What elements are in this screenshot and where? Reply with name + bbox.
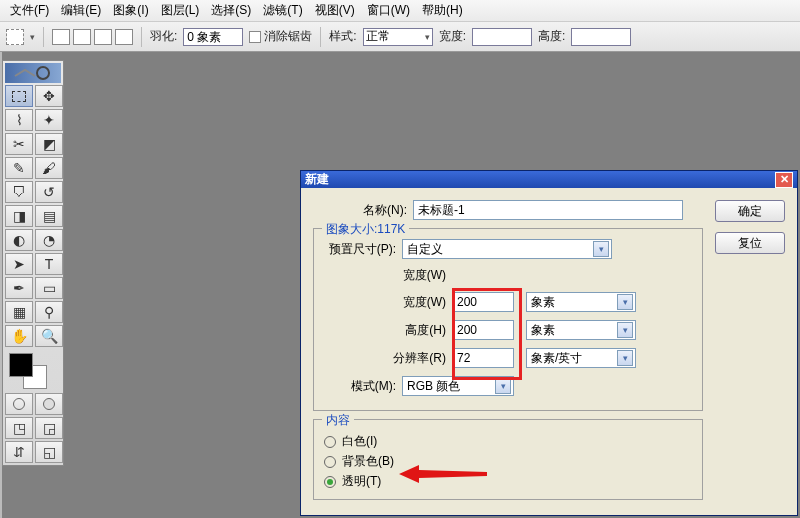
width-input[interactable] <box>452 292 514 312</box>
screen-menu[interactable]: ◱ <box>35 441 63 463</box>
preset-select[interactable]: 自定义▾ <box>402 239 612 259</box>
notes-tool[interactable]: ▦ <box>5 301 33 323</box>
move-tool[interactable]: ✥ <box>35 85 63 107</box>
menu-help[interactable]: 帮助(H) <box>416 0 469 21</box>
toolbox-header[interactable] <box>5 63 61 83</box>
toolbox: ✥ ⌇ ✦ ✂ ◩ ✎ 🖌 ⛉ ↺ ◨ ▤ ◐ ◔ ➤ T ✒ ▭ ▦ ⚲ ✋ … <box>2 60 64 466</box>
eyedropper-tool[interactable]: ⚲ <box>35 301 63 323</box>
radio-white[interactable]: 白色(I) <box>324 433 692 450</box>
name-input[interactable] <box>413 200 683 220</box>
height-label: 高度(H) <box>324 322 452 339</box>
radio-checked-icon <box>324 476 336 488</box>
brush-tool[interactable]: 🖌 <box>35 157 63 179</box>
antialias-check[interactable]: 消除锯齿 <box>249 28 312 45</box>
radio-icon <box>324 436 336 448</box>
zoom-tool[interactable]: 🔍 <box>35 325 63 347</box>
eraser-tool[interactable]: ◨ <box>5 205 33 227</box>
antialias-label: 消除锯齿 <box>264 29 312 43</box>
menu-window[interactable]: 窗口(W) <box>361 0 416 21</box>
image-size-legend: 图象大小:117K <box>322 221 409 238</box>
preset-label: 预置尺寸(P): <box>324 241 402 258</box>
gradient-tool[interactable]: ▤ <box>35 205 63 227</box>
width-label: 宽度(W) <box>324 294 452 311</box>
chevron-down-icon: ▾ <box>593 241 609 257</box>
screen-full[interactable]: ◲ <box>35 417 63 439</box>
menu-file[interactable]: 文件(F) <box>4 0 55 21</box>
separator <box>141 27 142 47</box>
radio-background[interactable]: 背景色(B) <box>324 453 692 470</box>
sel-sub-icon[interactable] <box>94 29 112 45</box>
ok-button[interactable]: 确定 <box>715 200 785 222</box>
sel-new-icon[interactable] <box>52 29 70 45</box>
quickmask-off[interactable] <box>5 393 33 415</box>
chevron-down-icon: ▾ <box>617 350 633 366</box>
wand-tool[interactable]: ✦ <box>35 109 63 131</box>
menu-layer[interactable]: 图层(L) <box>155 0 206 21</box>
chevron-down-icon: ▾ <box>617 322 633 338</box>
reset-button[interactable]: 复位 <box>715 232 785 254</box>
toolbox-footer: ◳ ◲ ⇵ ◱ <box>5 393 61 463</box>
width-label: 宽度: <box>439 28 466 45</box>
quickmask-on[interactable] <box>35 393 63 415</box>
dodge-tool[interactable]: ◔ <box>35 229 63 251</box>
chevron-down-icon: ▾ <box>495 378 511 394</box>
selection-mode-group <box>52 29 133 45</box>
fg-color-swatch[interactable] <box>9 353 33 377</box>
resolution-input[interactable] <box>452 348 514 368</box>
menu-select[interactable]: 选择(S) <box>205 0 257 21</box>
checkbox-icon <box>249 31 261 43</box>
lasso-tool[interactable]: ⌇ <box>5 109 33 131</box>
menu-bar: 文件(F) 编辑(E) 图象(I) 图层(L) 选择(S) 滤镜(T) 视图(V… <box>0 0 800 22</box>
height-input[interactable] <box>452 320 514 340</box>
separator <box>43 27 44 47</box>
name-label: 名称(N): <box>313 202 413 219</box>
shape-tool[interactable]: ▭ <box>35 277 63 299</box>
separator <box>320 27 321 47</box>
options-bar: ▾ 羽化: 0 象素 消除锯齿 样式: 正常▾ 宽度: 高度: <box>0 22 800 52</box>
history-brush-tool[interactable]: ↺ <box>35 181 63 203</box>
stamp-tool[interactable]: ⛉ <box>5 181 33 203</box>
hand-tool[interactable]: ✋ <box>5 325 33 347</box>
toolbox-grid: ✥ ⌇ ✦ ✂ ◩ ✎ 🖌 ⛉ ↺ ◨ ▤ ◐ ◔ ➤ T ✒ ▭ ▦ ⚲ ✋ … <box>5 85 61 347</box>
resolution-unit-select[interactable]: 象素/英寸▾ <box>526 348 636 368</box>
height-label: 高度: <box>538 28 565 45</box>
tool-preset-dropdown-icon[interactable]: ▾ <box>30 32 35 42</box>
width-unit-select[interactable]: 象素▾ <box>526 292 636 312</box>
menu-edit[interactable]: 编辑(E) <box>55 0 107 21</box>
close-button[interactable]: ✕ <box>775 172 793 188</box>
mode-select[interactable]: RGB 颜色▾ <box>402 376 514 396</box>
width-input[interactable] <box>472 28 532 46</box>
crop-tool[interactable]: ✂ <box>5 133 33 155</box>
blur-tool[interactable]: ◐ <box>5 229 33 251</box>
jump-to[interactable]: ⇵ <box>5 441 33 463</box>
menu-view[interactable]: 视图(V) <box>309 0 361 21</box>
mode-label: 模式(M): <box>324 378 402 395</box>
radio-icon <box>324 456 336 468</box>
marquee-tool[interactable] <box>5 85 33 107</box>
height-input[interactable] <box>571 28 631 46</box>
sel-int-icon[interactable] <box>115 29 133 45</box>
new-dialog: 新建 ✕ 名称(N): 图象大小:117K 预置尺寸(P): 自定义▾ 宽度(W… <box>300 170 798 516</box>
feather-input[interactable]: 0 象素 <box>183 28 243 46</box>
width-label: 宽度(W) <box>324 267 452 284</box>
pen-tool[interactable]: ✒ <box>5 277 33 299</box>
color-swatches <box>5 351 61 391</box>
contents-group: 内容 白色(I) 背景色(B) 透明(T) <box>313 419 703 500</box>
menu-filter[interactable]: 滤镜(T) <box>257 0 308 21</box>
type-tool[interactable]: T <box>35 253 63 275</box>
tool-preset-icon[interactable] <box>6 29 24 45</box>
heal-tool[interactable]: ✎ <box>5 157 33 179</box>
slice-tool[interactable]: ◩ <box>35 133 63 155</box>
screen-standard[interactable]: ◳ <box>5 417 33 439</box>
menu-image[interactable]: 图象(I) <box>107 0 154 21</box>
style-label: 样式: <box>329 28 356 45</box>
dialog-titlebar[interactable]: 新建 ✕ <box>301 171 797 188</box>
path-select-tool[interactable]: ➤ <box>5 253 33 275</box>
sel-add-icon[interactable] <box>73 29 91 45</box>
svg-point-0 <box>37 67 49 79</box>
circle-icon <box>13 398 25 410</box>
circle-filled-icon <box>43 398 55 410</box>
radio-transparent[interactable]: 透明(T) <box>324 473 692 490</box>
height-unit-select[interactable]: 象素▾ <box>526 320 636 340</box>
style-select[interactable]: 正常▾ <box>363 28 433 46</box>
